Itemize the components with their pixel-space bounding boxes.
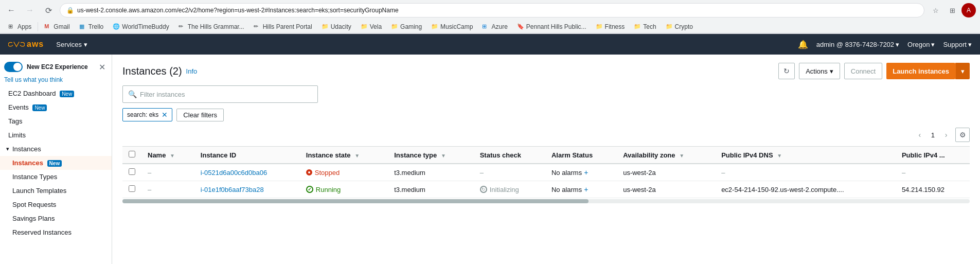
services-chevron: ▾ [84, 41, 87, 48]
row2-alarm: No alarms + [545, 181, 617, 198]
bookmark-hills-parent-label: Hills Parent Portal [263, 23, 312, 30]
actions-button[interactable]: Actions ▾ [799, 63, 840, 79]
back-button[interactable]: ← [4, 3, 19, 17]
bookmark-gmail[interactable]: M Gmail [40, 22, 74, 31]
sidebar-feedback-link[interactable]: Tell us what you think [0, 75, 112, 86]
row1-az: us-west-2a [617, 164, 715, 181]
bookmark-trello-label: Trello [88, 23, 104, 30]
select-all-checkbox[interactable] [129, 151, 135, 157]
launch-templates-label: Launch Templates [12, 187, 66, 195]
star-button[interactable]: ☆ [929, 3, 943, 17]
col-name[interactable]: Name ▼ [141, 147, 194, 164]
row1-state-label: Stopped [315, 169, 340, 177]
col-az-sort-icon: ▼ [679, 153, 684, 159]
table-row: – i-01e1f0b6aaf73ba28 Running t [122, 181, 970, 198]
sidebar-item-events[interactable]: Events New [0, 100, 112, 114]
close-new-ec2-button[interactable]: ✕ [99, 62, 105, 72]
info-link[interactable]: Info [186, 67, 198, 75]
search-input[interactable] [140, 91, 312, 98]
col-name-label: Name [148, 151, 166, 159]
aws-logo[interactable]: aws [8, 39, 44, 49]
remove-filter-button[interactable]: ✕ [162, 111, 168, 119]
sidebar-item-savings-plans[interactable]: Savings Plans [0, 212, 112, 225]
col-instance-state[interactable]: Instance state ▼ [300, 147, 388, 164]
col-public-dns[interactable]: Public IPv4 DNS ▼ [715, 147, 896, 164]
sidebar-item-limits[interactable]: Limits [0, 128, 112, 142]
bookmark-tech-label: Tech [643, 23, 656, 30]
bookmark-crypto-label: Crypto [675, 23, 693, 30]
add-alarm-button-row2[interactable]: + [584, 185, 588, 193]
user-account-button[interactable]: admin @ 8376-7428-7202 ▾ [816, 41, 899, 48]
new-ec2-toggle[interactable] [4, 62, 23, 72]
bookmark-azure[interactable]: ⊞ Azure [478, 22, 511, 31]
bookmark-apps[interactable]: ⊞ Apps [4, 22, 35, 31]
instances-label: Instances [12, 159, 43, 167]
bookmark-hills-parent[interactable]: ✏ Hills Parent Portal [250, 22, 316, 31]
col-az-label: Availability zone [623, 151, 675, 159]
profile-button[interactable]: A [961, 3, 976, 17]
launch-instances-button[interactable]: Launch instances [886, 63, 955, 79]
col-instance-id-label: Instance ID [201, 151, 236, 159]
row2-type-value: t3.medium [394, 186, 425, 193]
row2-instance-id-link[interactable]: i-01e1f0b6aaf73ba28 [201, 186, 264, 193]
bookmark-udacity[interactable]: 📁 Udacity [317, 22, 355, 31]
col-instance-type[interactable]: Instance type ▼ [388, 147, 474, 164]
bookmark-udacity-label: Udacity [331, 23, 351, 30]
bookmark-pennant-label: Pennant Hills Public... [526, 23, 586, 30]
sidebar-item-instance-types[interactable]: Instance Types [0, 170, 112, 184]
row2-state-label: Running [316, 186, 341, 193]
row1-state-badge: Stopped [306, 169, 382, 177]
col-alarm-status-label: Alarm Status [551, 151, 593, 159]
forward-button[interactable]: → [23, 3, 37, 17]
prev-page-button[interactable]: ‹ [913, 128, 927, 142]
sidebar-item-reserved-instances[interactable]: Reserved Instances [0, 225, 112, 239]
scrollbar-track[interactable] [122, 199, 970, 203]
bookmark-hills-grammar[interactable]: ✏ The Hills Grammar... [174, 22, 248, 31]
extensions-button[interactable]: ⊞ [945, 3, 959, 17]
sidebar-item-instances[interactable]: Instances New [0, 156, 112, 170]
row1-instance-id-link[interactable]: i-0521d6a00c6d0ba06 [201, 169, 267, 177]
col-instance-id: Instance ID [194, 147, 300, 164]
instances-section-arrow: ▾ [6, 146, 9, 152]
hills-parent-icon: ✏ [254, 23, 261, 30]
bookmark-trello[interactable]: ▦ Trello [75, 22, 108, 31]
sidebar-item-spot-requests[interactable]: Spot Requests [0, 198, 112, 212]
row2-checkbox[interactable] [129, 185, 135, 192]
instances-section-label: Instances [12, 145, 41, 153]
search-box[interactable]: 🔍 [122, 85, 318, 103]
region-selector[interactable]: Oregon ▾ [907, 41, 935, 48]
browser-toolbar: ← → ⟳ 🔒 us-west-2.console.aws.amazon.com… [0, 0, 980, 21]
support-button[interactable]: Support ▾ [943, 41, 972, 48]
next-page-button[interactable]: › [939, 128, 953, 142]
services-button[interactable]: Services ▾ [56, 41, 87, 48]
connect-label: Connect [851, 67, 876, 75]
sidebar-section-instances[interactable]: ▾ Instances [0, 142, 112, 156]
sidebar-item-ec2-dashboard[interactable]: EC2 Dashboard New [0, 86, 112, 100]
bookmark-vela[interactable]: 📁 Vela [357, 22, 386, 31]
sidebar-item-tags[interactable]: Tags [0, 114, 112, 128]
bookmark-tech[interactable]: 📁 Tech [630, 22, 660, 31]
clear-filters-button[interactable]: Clear filters [176, 109, 224, 121]
savings-plans-label: Savings Plans [12, 215, 55, 222]
col-availability-zone[interactable]: Availability zone ▼ [617, 147, 715, 164]
scrollbar-thumb[interactable] [122, 199, 589, 203]
bookmark-crypto[interactable]: 📁 Crypto [662, 22, 697, 31]
notifications-bell-icon[interactable]: 🔔 [798, 40, 808, 49]
bookmark-worldtimebuddy[interactable]: 🌐 WorldTimeBuddy [109, 22, 173, 31]
bookmark-musiccamp[interactable]: 📁 MusicCamp [427, 22, 477, 31]
refresh-button[interactable]: ↻ [778, 63, 795, 79]
gaming-icon: 📁 [391, 23, 398, 30]
row1-checkbox[interactable] [129, 168, 135, 175]
address-bar[interactable]: 🔒 us-west-2.console.aws.amazon.com/ec2/v… [60, 3, 924, 17]
bookmark-fitness[interactable]: 📁 Fitness [592, 22, 629, 31]
table-settings-button[interactable]: ⚙ [955, 128, 970, 142]
bookmark-pennant[interactable]: 🔖 Pennant Hills Public... [513, 22, 591, 31]
connect-button[interactable]: Connect [844, 63, 882, 79]
add-alarm-button-row1[interactable]: + [584, 168, 588, 177]
sidebar-item-launch-templates[interactable]: Launch Templates [0, 184, 112, 198]
bookmark-gaming[interactable]: 📁 Gaming [387, 22, 426, 31]
reload-button[interactable]: ⟳ [41, 3, 56, 17]
toggle-knob [13, 63, 22, 71]
launch-button-group: Launch instances ▾ [886, 63, 970, 79]
launch-instances-dropdown-button[interactable]: ▾ [955, 63, 970, 79]
